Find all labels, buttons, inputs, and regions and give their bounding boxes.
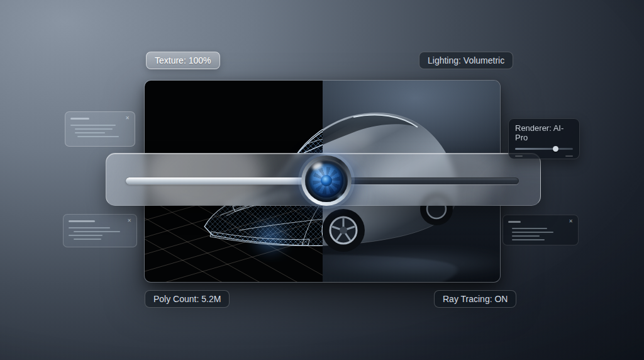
close-icon[interactable]: ✕	[569, 219, 573, 224]
lens-pupil	[321, 175, 332, 186]
close-icon[interactable]: ✕	[125, 116, 130, 121]
code-line	[77, 136, 119, 137]
render-studio-stage: Texture: 100% Lighting: Volumetric Poly …	[0, 0, 644, 360]
code-line	[69, 227, 110, 228]
renderer-slider-min-label	[515, 155, 523, 157]
code-line	[69, 235, 103, 236]
texture-badge-label: Texture: 100%	[155, 55, 211, 65]
shader-code-panel: ✕	[65, 111, 135, 147]
ray-tracing-badge-label: Ray Tracing: ON	[443, 294, 508, 304]
compare-slider-fill	[126, 177, 326, 184]
code-line	[74, 239, 101, 240]
panel-title	[508, 221, 521, 223]
stat-line	[512, 239, 545, 240]
renderer-panel: Renderer: AI-Pro	[508, 118, 580, 159]
code-line	[75, 128, 113, 130]
lighting-badge: Lighting: Volumetric	[419, 52, 513, 69]
close-icon[interactable]: ✕	[127, 218, 131, 223]
poly-count-badge: Poly Count: 5.2M	[145, 290, 230, 308]
renderer-slider-max-label	[565, 155, 573, 157]
stat-line	[512, 235, 540, 237]
panel-title	[69, 220, 95, 222]
renderer-panel-label: Renderer: AI-Pro	[515, 123, 573, 142]
stats-panel: ✕	[502, 215, 579, 245]
panel-title	[70, 118, 89, 120]
lighting-badge-label: Lighting: Volumetric	[428, 55, 504, 65]
code-line	[70, 125, 116, 126]
texture-badge: Texture: 100%	[146, 52, 220, 69]
front-wheel	[322, 209, 365, 252]
compare-slider-knob[interactable]	[301, 155, 352, 206]
tessellation-code-panel: ✕	[63, 214, 137, 247]
code-line	[75, 132, 105, 133]
compare-slider-track[interactable]	[126, 177, 519, 184]
stat-line	[512, 228, 547, 229]
poly-count-badge-label: Poly Count: 5.2M	[153, 294, 221, 304]
stat-line	[512, 232, 553, 233]
ray-tracing-badge: Ray Tracing: ON	[434, 290, 516, 308]
code-line	[74, 231, 120, 232]
